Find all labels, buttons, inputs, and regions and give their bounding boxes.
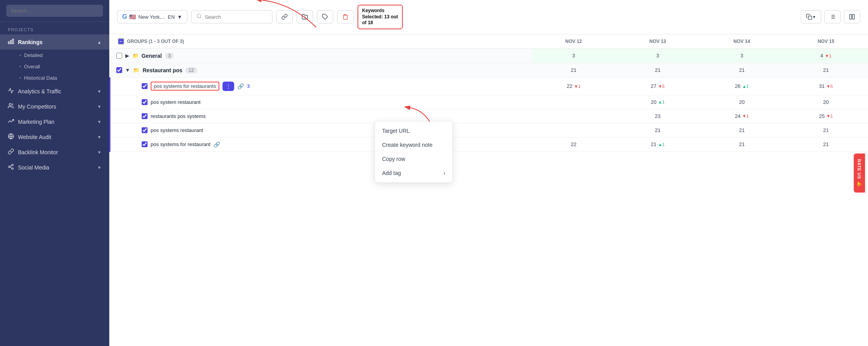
kw2-checkbox[interactable] [142, 99, 148, 105]
svg-rect-24 [852, 14, 854, 19]
collapse-icon[interactable]: ▼ [125, 67, 130, 73]
kw2-nov15: 20 [784, 95, 868, 109]
sidebar-top [0, 0, 109, 22]
kw4-name: pos systems restaurant [151, 127, 203, 133]
kw3-nov15-val: 25 [819, 113, 824, 119]
kw1-context-menu-button[interactable]: ⋮ [222, 82, 234, 91]
sidebar-item-rankings[interactable]: Rankings ▲ [0, 34, 109, 50]
chevron-down-icon-3: ▼ [97, 119, 101, 124]
copy-button[interactable]: ▼ [801, 10, 821, 23]
table-row: ▶ 📁 General 3 3 3 3 4 ▼1 [110, 48, 868, 63]
kw2-nov12 [532, 95, 616, 109]
globe-icon [8, 133, 14, 141]
context-menu-create-note[interactable]: Create keyword note [375, 138, 452, 152]
context-menu-target-url[interactable]: Target URL [375, 124, 452, 138]
link-button[interactable] [276, 10, 293, 23]
delete-button[interactable] [337, 10, 354, 23]
sidebar-sub-overall[interactable]: Overall [0, 61, 109, 72]
general-nov15-value: 4 [820, 53, 823, 59]
kw2-nov14: 20 [700, 95, 784, 109]
sidebar-item-competitors[interactable]: My Competitors ▼ [0, 99, 109, 114]
detailed-label: Detailed [24, 52, 43, 58]
keywords-selected-badge: KeywordsSelected: 13 outof 18 [358, 5, 403, 29]
filter-button[interactable] [824, 10, 841, 23]
kw3-name-cell: restaurants pos systems [110, 109, 532, 123]
context-menu-add-tag[interactable]: Add tag › [375, 166, 452, 180]
location-button[interactable]: G 🇺🇸 New York,... EN ▼ [117, 10, 187, 23]
tag-button[interactable] [317, 10, 333, 23]
kw5-link-icon: 🔗 [213, 141, 220, 148]
kw1-link-icon: 🔗 [237, 83, 244, 89]
general-group-count: 3 [165, 53, 174, 59]
projects-section-label: PROJECTS [0, 22, 109, 34]
sidebar-search-input[interactable] [6, 5, 103, 17]
expand-icon[interactable]: ▶ [125, 53, 129, 59]
kw3-nov15: 25 ▼1 [784, 109, 868, 123]
folder-icon-2: 📁 [133, 67, 139, 73]
create-note-label: Create keyword note [382, 142, 432, 148]
svg-rect-23 [850, 14, 852, 19]
kw5-name: pos systems for restaurant [151, 141, 210, 147]
svg-rect-0 [12, 39, 14, 44]
kw4-checkbox[interactable] [142, 127, 148, 133]
kw3-checkbox[interactable] [142, 113, 148, 119]
kw4-nov13: 21 [615, 123, 700, 137]
chevron-down-icon-5: ▼ [97, 150, 101, 155]
restaurant-pos-checkbox[interactable] [116, 67, 122, 73]
google-logo: G [122, 13, 127, 20]
general-nov12: 3 [532, 48, 616, 63]
language-label: EN [168, 14, 175, 20]
kw2-nov13-change: ▲1 [658, 100, 665, 104]
add-folder-button[interactable] [297, 10, 313, 23]
general-nov14: 3 [700, 48, 784, 63]
sidebar-item-backlink[interactable]: Backlink Monitor ▼ [0, 144, 109, 160]
sidebar-sub-historical[interactable]: Historical Data [0, 72, 109, 84]
general-nov15-change: ▼1 [825, 54, 831, 58]
kw5-nov15: 21 [784, 137, 868, 152]
bar-chart-icon [8, 38, 14, 46]
svg-point-3 [9, 103, 11, 105]
svg-line-9 [10, 167, 12, 168]
kw1-nov15-val: 31 [819, 83, 824, 89]
sidebar-sub-detailed[interactable]: Detailed [0, 50, 109, 61]
kw3-name: restaurants pos systems [151, 113, 206, 119]
kw1-checkbox[interactable] [142, 83, 148, 89]
search-input[interactable] [205, 14, 267, 20]
minus-checkbox-icon[interactable]: − [118, 38, 124, 45]
sidebar: PROJECTS Rankings ▲ Detailed Overall His… [0, 0, 109, 346]
chevron-up-icon: ▲ [97, 40, 101, 45]
chevron-down-icon-2: ▼ [97, 104, 101, 109]
kw5-nov13-val: 21 [651, 141, 656, 147]
restaurant-pos-nov15: 21 [784, 63, 868, 77]
context-menu: Target URL Create keyword note Copy row … [375, 121, 453, 183]
sidebar-item-analytics[interactable]: Analytics & Traffic ▼ [0, 84, 109, 99]
historical-label: Historical Data [24, 75, 57, 81]
kw5-nov13: 21 ▲1 [615, 137, 700, 152]
kw5-checkbox[interactable] [142, 141, 148, 147]
kw1-nov12-change: ▼1 [574, 84, 580, 89]
sidebar-item-marketing[interactable]: Marketing Plan ▼ [0, 114, 109, 129]
table-header-row: − GROUPS (1 - 3 OUT OF 3) NOV 12 NOV 13 … [110, 34, 868, 49]
groups-column-header: − GROUPS (1 - 3 OUT OF 3) [110, 34, 532, 49]
restaurant-pos-nov14: 21 [700, 63, 784, 77]
kw5-nov12-val: 22 [571, 141, 576, 147]
kw2-nov13: 20 ▲1 [615, 95, 700, 109]
competitors-label: My Competitors [18, 103, 56, 110]
sidebar-item-social[interactable]: Social Media ▼ [0, 160, 109, 175]
general-checkbox[interactable] [116, 53, 122, 59]
svg-point-11 [197, 14, 201, 18]
search-icon [196, 13, 202, 20]
audit-label: Website Audit [18, 134, 51, 140]
kw2-name: pos system restaurant [151, 99, 201, 105]
analytics-label: Analytics & Traffic [18, 88, 61, 95]
table-container: − GROUPS (1 - 3 OUT OF 3) NOV 12 NOV 13 … [109, 34, 868, 346]
activity-icon [8, 87, 14, 95]
columns-button[interactable] [844, 10, 860, 23]
context-menu-copy-row[interactable]: Copy row [375, 152, 452, 166]
svg-point-6 [12, 164, 13, 166]
rate-us-button[interactable]: RATE US 👍 [854, 153, 865, 193]
sidebar-item-audit[interactable]: Website Audit ▼ [0, 129, 109, 144]
nov15-header: NOV 15 [784, 34, 868, 49]
kw4-nov14: 21 [700, 123, 784, 137]
svg-line-12 [200, 17, 201, 18]
